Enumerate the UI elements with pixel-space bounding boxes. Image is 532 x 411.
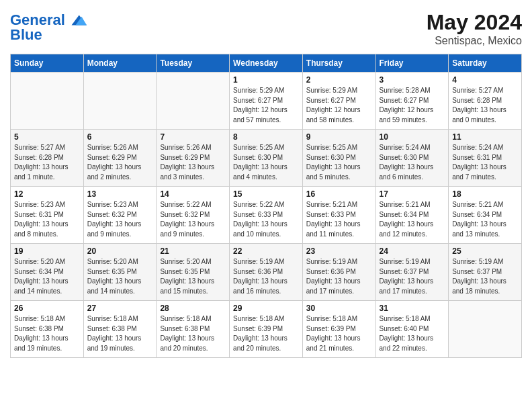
calendar-cell: 27Sunrise: 5:18 AM Sunset: 6:38 PM Dayli… xyxy=(83,301,157,358)
calendar-cell: 30Sunrise: 5:18 AM Sunset: 6:39 PM Dayli… xyxy=(302,301,375,358)
month-title: May 2024 xyxy=(427,10,522,35)
page-header: General Blue May 2024 Sentispac, Mexico xyxy=(10,10,522,47)
day-info: Sunrise: 5:24 AM Sunset: 6:31 PM Dayligh… xyxy=(452,143,518,182)
calendar-week-4: 19Sunrise: 5:20 AM Sunset: 6:34 PM Dayli… xyxy=(11,244,522,301)
calendar-cell: 15Sunrise: 5:22 AM Sunset: 6:33 PM Dayli… xyxy=(230,187,303,244)
day-info: Sunrise: 5:29 AM Sunset: 6:27 PM Dayligh… xyxy=(306,86,372,125)
weekday-friday: Friday xyxy=(375,54,449,73)
day-number: 23 xyxy=(306,246,372,256)
day-info: Sunrise: 5:25 AM Sunset: 6:30 PM Dayligh… xyxy=(233,143,299,182)
day-info: Sunrise: 5:29 AM Sunset: 6:27 PM Dayligh… xyxy=(233,86,299,125)
logo: General Blue xyxy=(10,10,87,44)
day-info: Sunrise: 5:18 AM Sunset: 6:38 PM Dayligh… xyxy=(14,314,80,353)
weekday-tuesday: Tuesday xyxy=(157,54,230,73)
day-info: Sunrise: 5:21 AM Sunset: 6:33 PM Dayligh… xyxy=(306,200,372,239)
day-number: 27 xyxy=(87,304,153,313)
calendar-cell: 24Sunrise: 5:19 AM Sunset: 6:37 PM Dayli… xyxy=(375,244,449,301)
day-info: Sunrise: 5:23 AM Sunset: 6:32 PM Dayligh… xyxy=(87,200,153,239)
day-info: Sunrise: 5:24 AM Sunset: 6:30 PM Dayligh… xyxy=(380,143,445,182)
day-info: Sunrise: 5:19 AM Sunset: 6:36 PM Dayligh… xyxy=(233,257,299,296)
calendar-cell: 17Sunrise: 5:21 AM Sunset: 6:34 PM Dayli… xyxy=(375,187,449,244)
day-info: Sunrise: 5:20 AM Sunset: 6:35 PM Dayligh… xyxy=(87,257,153,296)
day-number: 13 xyxy=(87,189,153,199)
day-number: 22 xyxy=(233,246,299,256)
calendar-week-5: 26Sunrise: 5:18 AM Sunset: 6:38 PM Dayli… xyxy=(11,301,522,358)
weekday-thursday: Thursday xyxy=(302,54,375,73)
day-number: 30 xyxy=(306,304,372,313)
logo-icon xyxy=(66,10,87,30)
calendar-cell: 31Sunrise: 5:18 AM Sunset: 6:40 PM Dayli… xyxy=(375,301,449,358)
calendar-cell: 13Sunrise: 5:23 AM Sunset: 6:32 PM Dayli… xyxy=(83,187,157,244)
day-info: Sunrise: 5:18 AM Sunset: 6:40 PM Dayligh… xyxy=(380,314,445,353)
day-number: 24 xyxy=(380,246,445,256)
day-number: 6 xyxy=(87,132,153,142)
calendar-cell: 7Sunrise: 5:26 AM Sunset: 6:29 PM Daylig… xyxy=(157,130,230,187)
day-info: Sunrise: 5:22 AM Sunset: 6:33 PM Dayligh… xyxy=(233,200,299,239)
day-number: 1 xyxy=(233,75,299,85)
calendar-cell: 5Sunrise: 5:27 AM Sunset: 6:28 PM Daylig… xyxy=(11,130,84,187)
day-info: Sunrise: 5:19 AM Sunset: 6:37 PM Dayligh… xyxy=(452,257,518,296)
calendar-cell: 16Sunrise: 5:21 AM Sunset: 6:33 PM Dayli… xyxy=(302,187,375,244)
location-subtitle: Sentispac, Mexico xyxy=(427,35,522,47)
calendar-cell: 10Sunrise: 5:24 AM Sunset: 6:30 PM Dayli… xyxy=(375,130,449,187)
day-number: 2 xyxy=(306,75,372,85)
day-info: Sunrise: 5:22 AM Sunset: 6:32 PM Dayligh… xyxy=(160,200,226,239)
calendar-cell: 14Sunrise: 5:22 AM Sunset: 6:32 PM Dayli… xyxy=(157,187,230,244)
calendar-cell: 28Sunrise: 5:18 AM Sunset: 6:38 PM Dayli… xyxy=(157,301,230,358)
day-number: 17 xyxy=(380,189,445,199)
day-number: 11 xyxy=(452,132,518,142)
calendar-cell xyxy=(83,73,157,130)
calendar-cell: 1Sunrise: 5:29 AM Sunset: 6:27 PM Daylig… xyxy=(230,73,303,130)
day-info: Sunrise: 5:19 AM Sunset: 6:37 PM Dayligh… xyxy=(380,257,445,296)
logo-text: General xyxy=(10,13,65,28)
day-info: Sunrise: 5:28 AM Sunset: 6:27 PM Dayligh… xyxy=(380,86,445,125)
day-number: 8 xyxy=(233,132,299,142)
day-info: Sunrise: 5:23 AM Sunset: 6:31 PM Dayligh… xyxy=(14,200,80,239)
calendar-cell: 6Sunrise: 5:26 AM Sunset: 6:29 PM Daylig… xyxy=(83,130,157,187)
calendar-table: SundayMondayTuesdayWednesdayThursdayFrid… xyxy=(10,54,522,358)
weekday-wednesday: Wednesday xyxy=(230,54,303,73)
day-number: 7 xyxy=(160,132,226,142)
calendar-cell: 29Sunrise: 5:18 AM Sunset: 6:39 PM Dayli… xyxy=(230,301,303,358)
day-info: Sunrise: 5:21 AM Sunset: 6:34 PM Dayligh… xyxy=(452,200,518,239)
calendar-cell: 26Sunrise: 5:18 AM Sunset: 6:38 PM Dayli… xyxy=(11,301,84,358)
calendar-cell xyxy=(157,73,230,130)
calendar-cell: 23Sunrise: 5:19 AM Sunset: 6:36 PM Dayli… xyxy=(302,244,375,301)
calendar-cell: 11Sunrise: 5:24 AM Sunset: 6:31 PM Dayli… xyxy=(449,130,522,187)
calendar-cell: 22Sunrise: 5:19 AM Sunset: 6:36 PM Dayli… xyxy=(230,244,303,301)
day-info: Sunrise: 5:27 AM Sunset: 6:28 PM Dayligh… xyxy=(14,143,80,182)
title-block: May 2024 Sentispac, Mexico xyxy=(427,10,522,47)
day-number: 15 xyxy=(233,189,299,199)
calendar-cell: 9Sunrise: 5:25 AM Sunset: 6:30 PM Daylig… xyxy=(302,130,375,187)
day-number: 29 xyxy=(233,304,299,313)
day-number: 20 xyxy=(87,246,153,256)
day-number: 12 xyxy=(14,189,80,199)
calendar-cell: 20Sunrise: 5:20 AM Sunset: 6:35 PM Dayli… xyxy=(83,244,157,301)
day-number: 26 xyxy=(14,304,80,313)
day-info: Sunrise: 5:18 AM Sunset: 6:38 PM Dayligh… xyxy=(87,314,153,353)
day-number: 31 xyxy=(380,304,445,313)
calendar-cell: 18Sunrise: 5:21 AM Sunset: 6:34 PM Dayli… xyxy=(449,187,522,244)
day-number: 4 xyxy=(452,75,518,85)
day-info: Sunrise: 5:20 AM Sunset: 6:34 PM Dayligh… xyxy=(14,257,80,296)
day-number: 21 xyxy=(160,246,226,256)
calendar-cell: 25Sunrise: 5:19 AM Sunset: 6:37 PM Dayli… xyxy=(449,244,522,301)
day-info: Sunrise: 5:18 AM Sunset: 6:39 PM Dayligh… xyxy=(306,314,372,353)
day-number: 25 xyxy=(452,246,518,256)
day-info: Sunrise: 5:18 AM Sunset: 6:38 PM Dayligh… xyxy=(160,314,226,353)
calendar-cell: 8Sunrise: 5:25 AM Sunset: 6:30 PM Daylig… xyxy=(230,130,303,187)
day-info: Sunrise: 5:25 AM Sunset: 6:30 PM Dayligh… xyxy=(306,143,372,182)
day-info: Sunrise: 5:26 AM Sunset: 6:29 PM Dayligh… xyxy=(87,143,153,182)
calendar-cell: 19Sunrise: 5:20 AM Sunset: 6:34 PM Dayli… xyxy=(11,244,84,301)
calendar-cell xyxy=(11,73,84,130)
day-info: Sunrise: 5:21 AM Sunset: 6:34 PM Dayligh… xyxy=(380,200,445,239)
calendar-week-1: 1Sunrise: 5:29 AM Sunset: 6:27 PM Daylig… xyxy=(11,73,522,130)
day-number: 14 xyxy=(160,189,226,199)
calendar-body: 1Sunrise: 5:29 AM Sunset: 6:27 PM Daylig… xyxy=(11,73,522,358)
day-number: 16 xyxy=(306,189,372,199)
calendar-week-3: 12Sunrise: 5:23 AM Sunset: 6:31 PM Dayli… xyxy=(11,187,522,244)
day-number: 10 xyxy=(380,132,445,142)
day-info: Sunrise: 5:20 AM Sunset: 6:35 PM Dayligh… xyxy=(160,257,226,296)
calendar-cell: 12Sunrise: 5:23 AM Sunset: 6:31 PM Dayli… xyxy=(11,187,84,244)
calendar-week-2: 5Sunrise: 5:27 AM Sunset: 6:28 PM Daylig… xyxy=(11,130,522,187)
